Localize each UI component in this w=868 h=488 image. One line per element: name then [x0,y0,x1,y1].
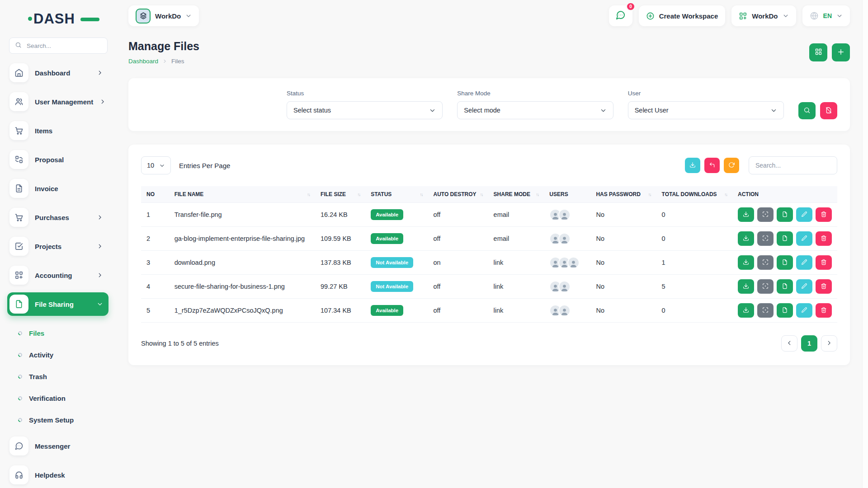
status-filter-select[interactable]: Select status [287,101,443,119]
sidebar-item-proposal[interactable]: Proposal [7,148,108,171]
add-file-button[interactable] [832,43,850,61]
sidebar-item-projects[interactable]: Projects [7,235,108,258]
cell-has-password: No [590,299,656,323]
cell-has-password: No [590,275,656,299]
cell-file-size: 99.27 KB [315,275,365,299]
chevron-right-icon [826,340,832,347]
download-button[interactable] [738,303,754,318]
file-button[interactable] [777,303,793,318]
column-header-total-downloads[interactable]: TOTAL DOWNLOADS↑↓ [656,186,732,203]
apply-filter-button[interactable] [798,102,816,119]
edit-button[interactable] [796,279,812,294]
download-button[interactable] [738,207,754,222]
delete-button[interactable] [816,303,832,318]
next-page-button[interactable] [821,335,837,352]
previous-page-button[interactable] [781,335,797,352]
scan-button[interactable] [757,255,774,270]
language-selector[interactable]: EN [802,5,850,26]
files-table: NOFILE NAME↑↓FILE SIZE↑↓STATUS↑↓AUTO DES… [141,186,837,323]
refresh-button[interactable] [724,158,739,173]
download-button[interactable] [738,231,754,246]
sidebar-item-file-sharing[interactable]: File Sharing [7,292,108,316]
sidebar-item-user-management[interactable]: User Management [7,90,108,113]
cell-auto-destroy: off [428,299,488,323]
edit-button[interactable] [796,255,812,270]
column-header-has-password[interactable]: HAS PASSWORD↑↓ [590,186,656,203]
column-header-auto-destroy[interactable]: AUTO DESTROY↑↓ [428,186,488,203]
file-button[interactable] [777,255,793,270]
sidebar-subitem-verification[interactable]: Verification [18,387,108,409]
scan-button[interactable] [757,231,774,246]
share-mode-filter-select[interactable]: Select mode [457,101,613,119]
delete-button[interactable] [816,279,832,294]
delete-button[interactable] [816,255,832,270]
cell-file-name: download.png [169,251,315,275]
edit-button[interactable] [796,207,812,222]
table-search-input[interactable] [749,156,837,174]
grid-view-button[interactable] [809,43,827,61]
column-header-share-mode[interactable]: SHARE MODE↑↓ [488,186,544,203]
cell-total-downloads: 0 [656,227,732,251]
download-button[interactable] [738,255,754,270]
sidebar-search-input[interactable] [26,42,102,50]
file-button[interactable] [777,207,793,222]
sidebar-item-helpdesk[interactable]: Helpdesk [7,463,108,487]
sidebar-subitem-system-setup[interactable]: System Setup [18,409,108,431]
create-workspace-button[interactable]: Create Workspace [639,5,726,26]
sidebar-subitem-label: Activity [29,351,53,359]
app-menu-button[interactable]: WorkDo [731,5,796,26]
sort-icon: ↑↓ [307,192,310,197]
user-filter-select[interactable]: Select User [628,101,784,119]
breadcrumb-dashboard-link[interactable]: Dashboard [128,58,158,65]
sidebar-item-dashboard[interactable]: Dashboard [7,61,108,84]
bullet-icon [17,374,23,380]
export-button[interactable] [685,158,700,173]
sidebar-item-accounting[interactable]: Accounting [7,263,108,287]
workspace-switcher[interactable]: WorkDo [128,5,199,26]
entries-per-page-select[interactable]: 10 [141,156,171,174]
column-header-action: ACTION [732,186,837,203]
table-body: 1Transfer-file.png16.24 KBAvailableoffem… [141,203,837,323]
messages-button[interactable]: 0 [609,5,632,26]
download-button[interactable] [738,279,754,294]
language-label: EN [823,12,832,19]
file-button[interactable] [777,279,793,294]
cell-status: Available [365,299,428,323]
sidebar-item-items[interactable]: Items [7,119,108,142]
scan-button[interactable] [757,279,774,294]
delete-button[interactable] [816,207,832,222]
edit-button[interactable] [796,303,812,318]
sidebar-search [9,38,108,54]
plus-icon [837,48,845,57]
brand-logo[interactable]: DASH [28,12,91,26]
scan-button[interactable] [757,207,774,222]
home-icon [9,63,28,82]
back-button[interactable] [704,158,720,173]
delete-button[interactable] [816,231,832,246]
column-header-file-name[interactable]: FILE NAME↑↓ [169,186,315,203]
sidebar-subitem-trash[interactable]: Trash [18,366,108,387]
edit-button[interactable] [796,231,812,246]
sidebar-item-purchases[interactable]: Purchases [7,206,108,229]
share-mode-filter: Share Mode Select mode [457,90,613,119]
workspace-label: WorkDo [155,12,181,20]
chat-icon [9,436,28,455]
reset-filter-button[interactable] [820,102,837,119]
page-1-button[interactable]: 1 [801,335,817,352]
column-header-file-size[interactable]: FILE SIZE↑↓ [315,186,365,203]
chevron-down-icon [770,107,777,114]
globe-icon [810,11,819,20]
avatar [558,233,571,245]
sidebar-item-messenger[interactable]: Messenger [7,434,108,458]
scan-button[interactable] [757,303,774,318]
sidebar-item-label: Messenger [35,442,103,450]
file-icon [9,295,28,314]
sidebar-subitem-activity[interactable]: Activity [18,344,108,366]
scan-icon [762,211,769,219]
page-header: Manage Files Dashboard Files [128,40,850,65]
scrollbar[interactable] [862,0,868,488]
column-header-status[interactable]: STATUS↑↓ [365,186,428,203]
sidebar-item-invoice[interactable]: Invoice [7,177,108,200]
sidebar-subitem-files[interactable]: Files [18,322,108,344]
file-button[interactable] [777,231,793,246]
